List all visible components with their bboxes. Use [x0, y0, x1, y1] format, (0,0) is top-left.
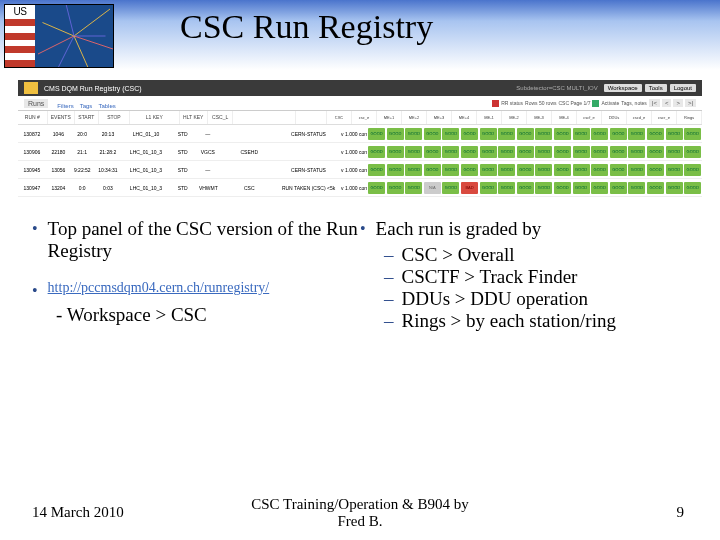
run-table: RUN #EVENTSSTARTSTOPL1 KEYHLT KEYCSC_LCS…	[18, 111, 702, 197]
nav-logout[interactable]: Logout	[670, 84, 696, 92]
nav-tools[interactable]: Tools	[645, 84, 667, 92]
sub-bullet: –DDUs > DDU operation	[384, 288, 688, 310]
filter-filters[interactable]: Filters	[57, 103, 73, 109]
footer-date: 14 March 2010	[32, 504, 124, 521]
left-column: • Top panel of the CSC version of the Ru…	[32, 218, 360, 332]
table-row[interactable]: 130872104620:020:13LHC_01_10STD—CERN-STA…	[18, 125, 702, 143]
page-title: CSC Run Registry	[180, 8, 433, 46]
uscms-logo: US CMS	[4, 4, 114, 68]
bullet-text: Each run is graded by	[376, 218, 542, 240]
bullet-text: Top panel of the CSC version of the Run …	[48, 218, 360, 262]
sub-bullet: –CSCTF > Track Finder	[384, 266, 688, 288]
cms-spark-icon	[35, 5, 113, 67]
bullet-icon: •	[32, 282, 38, 300]
app-title: CMS DQM Run Registry (CSC)	[44, 85, 142, 92]
bullet-icon: •	[32, 220, 38, 238]
table-row[interactable]: 130947132040:00:03LHC_01_10_3STDVHWMTCSC…	[18, 179, 702, 197]
page-nav[interactable]: |<	[649, 99, 660, 107]
bullet-icon: •	[360, 220, 366, 238]
runregistry-screenshot: CMS DQM Run Registry (CSC) Subdetector=C…	[18, 80, 702, 195]
filter-tags[interactable]: Tags	[80, 103, 93, 109]
page-number: 9	[677, 504, 685, 521]
page-nav[interactable]: <	[662, 99, 672, 107]
registry-link[interactable]: http://pccmsdqm04.cern.ch/runregistry/	[48, 280, 270, 296]
sub-bullet: –CSC > Overall	[384, 244, 688, 266]
filter-bar: Runs FiltersTagsTables RR statusRows 50 …	[18, 96, 702, 111]
filter-tables[interactable]: Tables	[98, 103, 115, 109]
app-subnote: Subdetector=CSC MULTI_IOV	[516, 85, 597, 91]
footer: 14 March 2010 CSC Training/Operation & B…	[0, 496, 720, 531]
slide: US CMS CSC Run R	[0, 0, 720, 540]
table-row[interactable]: 130945130569:22:5210:34:31LHC_01_10_3STD…	[18, 161, 702, 179]
page-nav[interactable]: >|	[685, 99, 696, 107]
cms-icon	[24, 82, 38, 94]
content: • Top panel of the CSC version of the Ru…	[32, 218, 688, 332]
filter-main[interactable]: Runs	[24, 99, 48, 108]
bullet-sub: - Workspace > CSC	[56, 304, 360, 326]
logo-text: US CMS	[5, 5, 35, 19]
page-nav[interactable]: >	[673, 99, 683, 107]
sub-bullet: –Rings > by each station/ring	[384, 310, 688, 332]
header: US CMS CSC Run R	[0, 0, 720, 70]
app-header: CMS DQM Run Registry (CSC) Subdetector=C…	[18, 80, 702, 96]
table-row[interactable]: 1309062218021:121:28:2LHC_01_10_3STDVGCS…	[18, 143, 702, 161]
right-column: • Each run is graded by –CSC > Overall–C…	[360, 218, 688, 332]
nav-workspace[interactable]: Workspace	[604, 84, 642, 92]
